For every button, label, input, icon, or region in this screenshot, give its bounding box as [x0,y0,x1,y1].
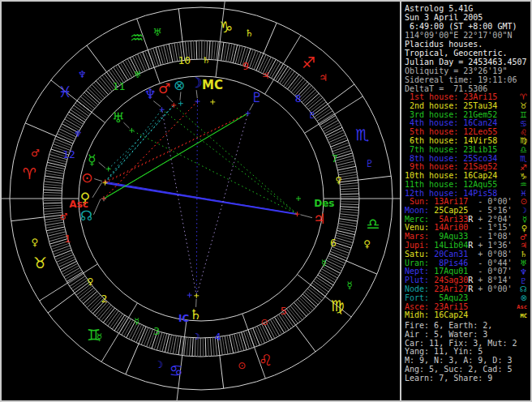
pisces-sign-icon: ♓ [58,83,71,100]
degree-tick [44,187,62,189]
degree-tick [214,41,216,60]
house-4-ruler-icon: ☽ [192,331,200,342]
aries-sign-icon: ♈ [520,93,531,101]
degree-tick [340,216,358,219]
house-1-number: 1 [64,233,71,245]
planet-label: Fort: [405,294,434,303]
cancer-sign-icon: ♋ [520,120,531,128]
stats-line: Air : 5, Water: 3 [405,331,531,340]
header-text: Astrolog 5.41G [405,4,473,13]
asc-label: Asc [69,199,88,210]
retrograde-flag [468,294,473,303]
saturn-glyph-icon: ♄ [190,306,202,323]
degree-tick [84,292,97,304]
degree-tick [87,295,101,308]
degree-tick [312,283,327,294]
header-line: Sun 3 April 2005 [405,13,531,22]
house-cusp-text: 7th house: 23Lib15 [405,146,497,155]
degree-tick [224,43,227,62]
degree-tick [78,286,92,297]
degree-tick [336,156,354,160]
header-line: Placidus houses. [405,40,531,49]
header-line: 6:49:00 (ST +8:00 GMT) [405,22,531,31]
degree-tick [340,180,358,182]
degree-tick [284,71,295,87]
degree-tick [286,309,298,323]
header-line: Astrolog 5.41G [405,4,531,13]
mercury-pointer-line [99,162,105,168]
pluto-position-marker [246,111,251,116]
degree-tick [196,41,197,59]
degree-tick [341,207,359,207]
degree-tick [86,90,100,103]
degree-tick [340,182,358,184]
degree-tick [300,88,313,100]
header-line: Tropical, Geocentric. [405,49,531,58]
aquarius-sign-icon: ♒ [130,28,144,46]
degree-tick [335,237,353,242]
asc-position-marker [101,196,106,201]
sun-icon: ⊙ [521,198,531,206]
house-7-ruler-icon: ♀ [335,175,341,186]
natal-chart-wheel: ♈♂♉♀♊☿♋☽♌⊙♍☿♎♀♏♇♐♃♑♄♒♅♓♆1♂2♀3☿4☽5⊙6☿7♀8♇… [2,2,400,400]
uranus-position-marker [129,128,134,133]
degree-tick [94,83,107,96]
sign-boundary-line [48,293,75,314]
degree-tick [98,79,110,92]
sign-boundary-line [11,217,45,221]
degree-tick [52,246,70,252]
degree-tick [341,191,359,192]
planet-position-row: Moon: 25Cap25 - 5°16'☽ [405,207,531,216]
degree-tick [308,97,323,109]
degree-tick [306,290,320,302]
degree-tick [97,303,109,317]
degree-tick [307,96,320,108]
house-8-number: 8 [295,92,302,105]
degree-tick [334,240,352,246]
sagittarius-sign-icon: ♐ [520,164,531,172]
planet-longitude: 25Cap25 [434,207,468,216]
header-line: 114°09'00"E 22°17'00"N [405,31,531,40]
header-text: 114°09'00"E 22°17'00"N [405,31,512,40]
aspect-line-sun-pluto [105,113,248,182]
degree-tick [336,235,354,240]
degree-tick [43,195,62,196]
angular-cusp-line [216,2,230,77]
sagittarius-sign-icon: ♐ [302,53,315,71]
degree-tick [340,212,358,213]
gemini-sign-icon: ♊ [520,111,531,119]
house-8-ruler-icon: ♇ [308,110,316,121]
degree-tick [305,93,319,105]
house-12-ruler-icon: ♆ [75,129,83,139]
planet-label: Midh: [405,311,434,320]
planet-velocity: - 5°16' [473,207,512,216]
aries-sign-icon: ♈ [23,165,36,182]
degree-tick [43,203,62,203]
degree-tick [340,214,358,216]
degree-tick [43,190,62,190]
degree-tick [43,205,62,206]
degree-tick [79,99,93,111]
degree-tick [341,194,359,195]
des-label: Des [314,198,334,209]
degree-tick [340,186,358,187]
degree-tick [208,338,208,357]
degree-tick [75,103,90,114]
degree-tick [44,184,62,186]
neptune-glyph-icon: ♆ [144,86,157,102]
degree-tick [337,233,354,237]
sign-boundary-line [358,176,392,180]
degree-tick [298,299,311,313]
header-text: Placidus houses. [405,40,483,49]
house-6-ruler-icon: ☿ [321,258,327,268]
aspect-line-jupiter-neptune [162,109,298,214]
node-pointer-line [93,199,101,214]
fortune-pointer-line [180,92,181,100]
mercury-position-marker [106,167,111,172]
house-cusp-row: 2nd house: 25Tau34♉ [405,102,531,111]
fortune-glyph-icon: ⊗ [174,77,185,93]
stats-line: Learn: 7, Share: 9 [405,374,531,383]
uranus-icon: ♅ [520,259,531,267]
mercury-glyph-icon: ☿ [88,152,96,168]
panel-divider [400,2,401,400]
